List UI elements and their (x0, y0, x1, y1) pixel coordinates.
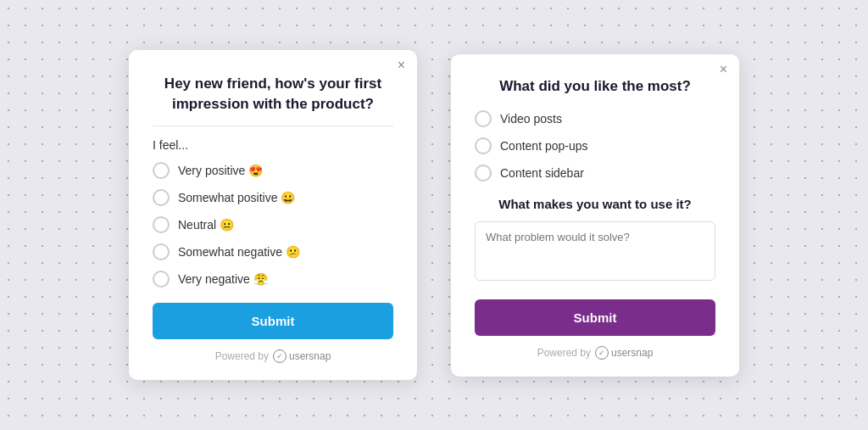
dialog-impression: × Hey new friend, how's your first impre… (129, 50, 417, 381)
radio-neutral[interactable] (153, 216, 170, 233)
options-list-1: Very positive 😍 Somewhat positive 😀 Neut… (153, 162, 393, 288)
feel-label: I feel... (153, 138, 393, 152)
close-button-1[interactable]: × (398, 59, 405, 72)
option-somewhat-positive[interactable]: Somewhat positive 😀 (153, 189, 393, 206)
label-neutral: Neutral 😐 (178, 218, 234, 232)
label-very-negative: Very negative 😤 (178, 272, 268, 286)
option-somewhat-negative[interactable]: Somewhat negative 😕 (153, 243, 393, 260)
radio-somewhat-negative[interactable] (153, 243, 170, 260)
option-content-popups[interactable]: Content pop-ups (475, 137, 715, 154)
option-content-sidebar[interactable]: Content sidebar (475, 165, 715, 181)
label-content-popups: Content pop-ups (500, 139, 588, 153)
label-content-sidebar: Content sidebar (500, 166, 584, 180)
usersnap-logo-1: ✓ usersnap (273, 349, 331, 363)
powered-by-1: Powered by ✓ usersnap (153, 349, 393, 363)
label-very-positive: Very positive 😍 (178, 164, 263, 177)
label-video-posts: Video posts (500, 112, 562, 126)
radio-very-positive[interactable] (153, 162, 170, 179)
submit-button-2[interactable]: Submit (475, 299, 715, 336)
radio-somewhat-positive[interactable] (153, 189, 170, 206)
radio-content-popups[interactable] (475, 137, 492, 154)
label-somewhat-positive: Somewhat positive 😀 (178, 191, 295, 204)
options-list-2: Video posts Content pop-ups Content side… (475, 110, 715, 181)
dialog1-title: Hey new friend, how's your first impress… (153, 74, 393, 114)
close-button-2[interactable]: × (720, 63, 727, 76)
usersnap-icon-1: ✓ (273, 349, 287, 363)
option-very-negative[interactable]: Very negative 😤 (153, 271, 393, 288)
dialog-like-most: × What did you like the most? Video post… (451, 54, 739, 377)
makes-you-label: What makes you want to use it? (475, 197, 715, 211)
radio-content-sidebar[interactable] (475, 165, 492, 181)
problem-textarea[interactable] (475, 221, 715, 281)
label-somewhat-negative: Somewhat negative 😕 (178, 245, 300, 259)
option-very-positive[interactable]: Very positive 😍 (153, 162, 393, 179)
radio-very-negative[interactable] (153, 271, 170, 288)
option-neutral[interactable]: Neutral 😐 (153, 216, 393, 233)
powered-by-2: Powered by ✓ usersnap (475, 346, 715, 360)
radio-video-posts[interactable] (475, 110, 492, 127)
submit-button-1[interactable]: Submit (153, 303, 393, 339)
divider-1 (153, 126, 393, 126)
option-video-posts[interactable]: Video posts (475, 110, 715, 127)
dialog2-title: What did you like the most? (475, 78, 715, 95)
usersnap-logo-2: ✓ usersnap (595, 346, 653, 360)
usersnap-icon-2: ✓ (595, 346, 609, 360)
